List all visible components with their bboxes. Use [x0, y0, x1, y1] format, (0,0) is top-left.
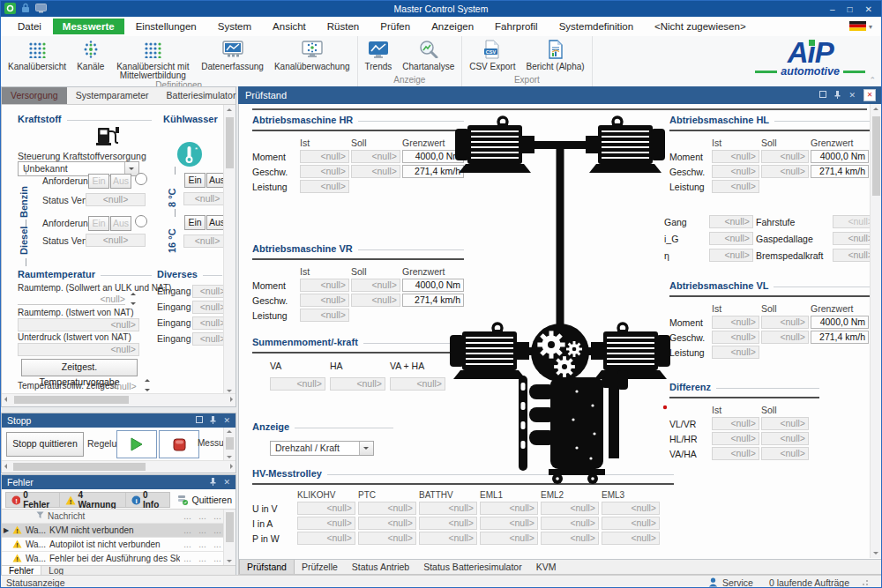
float-window-icon[interactable]	[819, 91, 826, 100]
stopp-vertical-scrollbar[interactable]	[223, 428, 235, 461]
quittieren-button[interactable]: Quittieren	[177, 495, 232, 505]
error-icon: !	[11, 495, 20, 505]
ribbon-button-datenerfassung[interactable]: Datenerfassung	[196, 36, 269, 71]
grenzwert-field[interactable]: 4000,0 Nm	[811, 316, 869, 329]
ribbon-button-kanalbersichtmitmittelwertbildung[interactable]: Kanalübersicht mit Mittelwertbildung	[109, 36, 196, 80]
dropdown-arrow-icon[interactable]	[359, 442, 373, 455]
coolant-16c-ein-button[interactable]: Ein	[184, 215, 206, 230]
menu-tab-system[interactable]: System	[208, 19, 261, 34]
float-window-icon[interactable]	[196, 416, 203, 425]
menu-tab-ansicht[interactable]: Ansicht	[263, 19, 316, 34]
main-vertical-scrollbar[interactable]	[870, 104, 882, 558]
warning-count-button[interactable]: ! 4 Warnung	[60, 493, 125, 507]
language-dropdown-arrow-icon[interactable]: ▾	[869, 23, 872, 31]
engine-icon	[519, 370, 628, 484]
ribbon-button-chartanalyse[interactable]: Chartanalyse	[397, 36, 460, 71]
stopp-content: Stopp quittieren Regelung Messung	[2, 428, 235, 461]
ribbon-collapse-icon[interactable]: ⌃	[869, 76, 876, 85]
column-extra[interactable]: ...	[180, 511, 195, 521]
sollwert-spinner[interactable]	[129, 293, 138, 305]
svg-text:*: *	[195, 145, 198, 153]
section-rule	[669, 295, 871, 297]
ist-field: <null>	[300, 180, 349, 193]
main-tab-prfstand[interactable]: Prüfstand	[239, 560, 295, 574]
grenzwert-field[interactable]: 271,4 km/h	[811, 331, 869, 344]
fehler-grid-scrollbar[interactable]	[223, 510, 235, 565]
anzeige-dropdown[interactable]: Drehzahl / Kraft	[270, 441, 374, 456]
ribbon-button-csvexport[interactable]: CSVCSV Export	[464, 36, 520, 71]
left-tab-systemparameter[interactable]: Systemparameter	[67, 87, 158, 104]
ribbon-button-kanalberwachung[interactable]: Kanalüberwachung	[269, 36, 355, 71]
error-count-button[interactable]: ! 0 Fehler	[6, 493, 60, 507]
column-extra[interactable]: ...	[195, 511, 210, 521]
pin-icon[interactable]	[834, 91, 841, 100]
coolant-8c-ein-button[interactable]: Ein	[184, 173, 206, 188]
close-panel-icon[interactable]: ✕	[223, 478, 230, 487]
main-tab-statusantrieb[interactable]: Status Antrieb	[345, 560, 416, 574]
left-tab-batteriesimulator[interactable]: Batteriesimulator	[158, 87, 245, 104]
main-tab-statusbatteriesimulator[interactable]: Status Batteriesimulator	[416, 560, 528, 574]
stopp-title: Stopp	[7, 415, 31, 426]
left-vertical-scrollbar[interactable]	[223, 105, 235, 396]
svg-text:!: !	[70, 497, 72, 505]
close-document-icon[interactable]: ✕	[863, 89, 876, 101]
ribbon-button-trends[interactable]: Trends	[360, 36, 398, 71]
kraftstoff-title: Kraftstoff	[18, 114, 62, 124]
diesel-ein-button[interactable]: Ein	[88, 216, 109, 231]
menu-tab-fahrprofil[interactable]: Fahrprofil	[485, 19, 548, 34]
benzin-aus-button[interactable]: Aus	[110, 174, 131, 189]
info-count-button[interactable]: i 0 Info	[126, 493, 170, 507]
hv-value: <null>	[297, 502, 355, 515]
sollwert-spin-field[interactable]: <null>	[18, 294, 125, 305]
application-window: Master Control System – □ ✕ DateiMesswer…	[0, 0, 882, 588]
table-row[interactable]: !Wa...Autopilot ist nicht verbunden.....…	[2, 538, 235, 552]
regelung-stop-button[interactable]	[159, 430, 199, 458]
grid-header-row[interactable]: Nachricht.........	[2, 510, 235, 524]
close-panel-icon[interactable]: ✕	[223, 416, 230, 425]
regelung-start-button[interactable]	[116, 430, 157, 458]
column-nachricht[interactable]: Nachricht	[46, 511, 180, 521]
language-flag-german-icon[interactable]	[849, 21, 866, 33]
menu-tab-nichtzugewiesen[interactable]: <Nicht zugewiesen>	[645, 19, 756, 34]
pruefstand-titlebar[interactable]: Prüfstand ✕ ✕	[238, 86, 882, 104]
soll-field: <null>	[761, 331, 809, 344]
fehler-titlebar[interactable]: Fehler ✕	[2, 475, 235, 489]
pin-icon[interactable]	[210, 478, 216, 488]
zeitgest-spinner[interactable]	[143, 379, 152, 391]
machine-row: Leistung<null>	[252, 180, 464, 193]
menu-tab-prfen[interactable]: Prüfen	[370, 19, 420, 34]
main-tab-prfzelle[interactable]: Prüfzelle	[295, 560, 345, 574]
pin-icon[interactable]	[210, 416, 216, 426]
menu-tab-rsten[interactable]: Rüsten	[318, 19, 369, 34]
zeitgest-temperaturvorgabe-button[interactable]: Zeitgest. Temperaturvorgabe	[21, 359, 138, 376]
row-label: I in A	[252, 518, 295, 529]
ribbon-button-kanle[interactable]: Kanäle	[71, 36, 109, 71]
menu-tab-anzeigen[interactable]: Anzeigen	[422, 19, 483, 34]
menu-tab-messwerte[interactable]: Messwerte	[53, 19, 124, 34]
left-horizontal-scrollbar[interactable]	[2, 393, 235, 406]
stopp-quittieren-button[interactable]: Stopp quittieren	[6, 432, 84, 457]
section-title: Summenmoment/-kraft	[252, 337, 358, 347]
stopp-horizontal-scrollbar[interactable]	[2, 460, 235, 473]
menu-tab-einstellungen[interactable]: Einstellungen	[126, 19, 206, 34]
logo-text: AıP	[751, 39, 869, 67]
stopp-titlebar[interactable]: Stopp ✕	[2, 413, 235, 428]
menu-tab-systemdefinition[interactable]: Systemdefinition	[549, 19, 643, 34]
dots-burst-icon	[81, 39, 101, 60]
diesel-aus-button[interactable]: Aus	[110, 216, 131, 231]
resize-grip-icon[interactable]	[861, 578, 869, 586]
table-row[interactable]: ▶!Wa...KVM nicht verbunden.........	[2, 524, 235, 538]
main-tab-kvm[interactable]: KVM	[529, 560, 564, 574]
grenzwert-field[interactable]: 271,4 km/h	[811, 165, 869, 178]
benzin-ein-button[interactable]: Ein	[88, 174, 109, 189]
close-panel-icon[interactable]: ✕	[848, 91, 856, 100]
ist-field: <null>	[712, 417, 759, 430]
grenzwert-field[interactable]: 4000,0 Nm	[811, 150, 869, 163]
menu-tab-datei[interactable]: Datei	[8, 19, 51, 34]
ribbon-button-berichtalpha[interactable]: Bericht (Alpha)	[520, 36, 589, 71]
summen-value: <null>	[390, 377, 445, 391]
table-row[interactable]: !Wa...Fehler bei der Ausführung des Skri…	[2, 552, 235, 565]
left-tab-versorgung[interactable]: Versorgung	[2, 87, 67, 104]
ribbon-button-kanalbersicht[interactable]: Kanalübersicht	[3, 36, 71, 71]
zeitgest-value[interactable]: <null>	[111, 381, 137, 391]
